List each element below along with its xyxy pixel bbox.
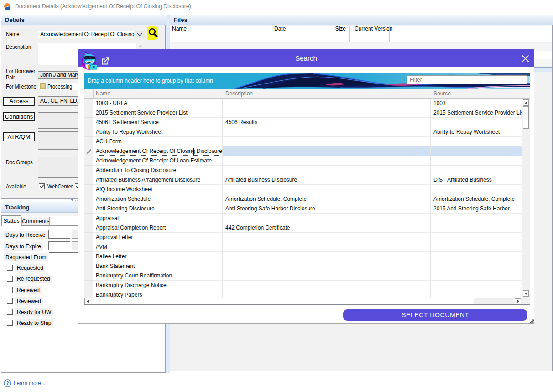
svg-text:?: ? xyxy=(6,380,9,386)
